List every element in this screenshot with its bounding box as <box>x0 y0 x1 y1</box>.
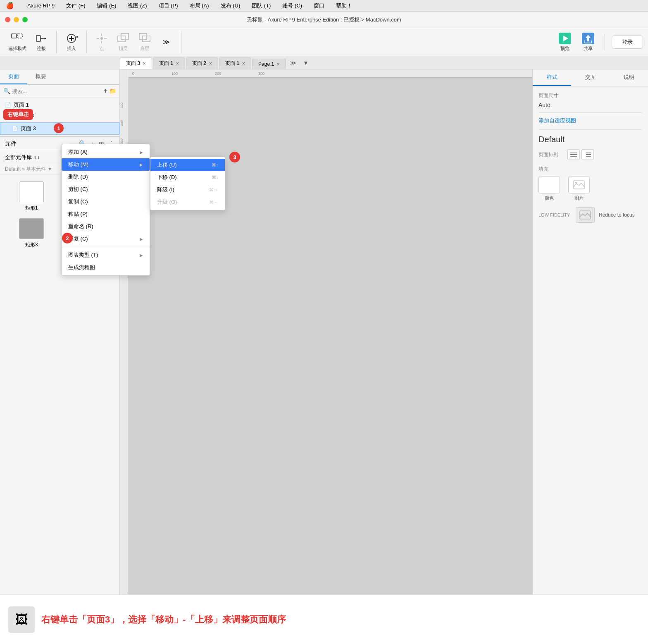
ctx-add-label: 添加 (A) <box>68 148 88 156</box>
menu-view[interactable]: 视图 (Z) <box>125 1 149 10</box>
more-button[interactable]: ≫ <box>156 35 176 50</box>
tab-page1b-close[interactable]: ✕ <box>242 61 245 66</box>
point-button[interactable]: 点 <box>92 31 112 53</box>
comp-label-rect3: 矩形3 <box>25 241 38 248</box>
left-panel-tabs: 页面 概要 <box>0 69 119 85</box>
right-tab-notes[interactable]: 说明 <box>610 69 648 86</box>
minimize-window-button[interactable] <box>14 17 19 22</box>
menu-window[interactable]: 窗口 <box>311 1 327 10</box>
tab-page3[interactable]: 页面 3 ✕ <box>120 57 152 69</box>
ctx-repeat-arrow: ▶ <box>140 237 143 241</box>
pages-search-bar: 🔍 + 📁 <box>0 85 119 98</box>
ctx-move[interactable]: 移动 (M) ▶ <box>62 158 150 171</box>
canvas-background[interactable] <box>128 78 532 594</box>
ctx-add[interactable]: 添加 (A) ▶ <box>62 146 150 158</box>
tab-page3-label: 页面 3 <box>126 60 140 67</box>
sub-demote[interactable]: 降级 (I) ⌘→ <box>150 184 225 196</box>
page-sort-label: 页面排列 <box>538 151 563 158</box>
ctx-gen-flow[interactable]: 生成流程图 <box>62 261 150 274</box>
tabs-dropdown-button[interactable]: ▼ <box>300 60 312 66</box>
bottom-layer-button[interactable]: 底层 <box>135 31 155 53</box>
submenu: 上移 (U) ⌘↑ 下移 (D) ⌘↓ 降级 (I) ⌘→ 升级 (O) ⌘← <box>150 157 225 210</box>
share-button[interactable]: 共享 <box>578 31 598 53</box>
ctx-repeat[interactable]: 重复 (C) ▶ <box>62 233 150 245</box>
sub-move-up-shortcut: ⌘↑ <box>212 162 219 168</box>
right-click-callout: 右键单击 <box>3 109 33 120</box>
preview-button[interactable]: 预览 <box>555 31 575 53</box>
sub-move-up[interactable]: 上移 (U) ⌘↑ <box>150 159 225 171</box>
menu-axure[interactable]: Axure RP 9 <box>25 2 57 10</box>
menu-publish[interactable]: 发布 (U) <box>218 1 243 10</box>
reduce-to-focus-text: Reduce to focus <box>599 212 635 218</box>
menu-layout[interactable]: 布局 (A) <box>187 1 212 10</box>
ctx-chart-type-label: 图表类型 (T) <box>68 251 98 259</box>
connect-button[interactable]: 连接 <box>31 31 51 53</box>
tab-pages[interactable]: 页面 <box>0 69 27 84</box>
ctx-rename[interactable]: 重命名 (R) <box>62 220 150 233</box>
ctx-paste[interactable]: 粘贴 (P) <box>62 208 150 220</box>
comp-item-rect3[interactable]: 矩形3 <box>7 218 57 253</box>
tab-outline[interactable]: 概要 <box>27 69 55 84</box>
svg-rect-17 <box>139 33 147 39</box>
close-window-button[interactable] <box>5 17 10 22</box>
maximize-window-button[interactable] <box>22 17 28 22</box>
low-fidelity-icon-btn[interactable] <box>576 207 595 223</box>
svg-point-9 <box>100 37 103 40</box>
pages-section: 🔍 + 📁 📄 页面 1 ▶ � <box>0 85 119 137</box>
ctx-chart-type[interactable]: 图表类型 (T) ▶ <box>62 249 150 261</box>
badge-2: 2 <box>62 233 73 243</box>
page1-label: 页面 1 <box>14 101 29 109</box>
sub-move-down-label: 下移 (D) <box>157 174 177 181</box>
fill-image-option[interactable]: 图片 <box>568 176 590 201</box>
comp-item-rect1[interactable]: 矩形1 <box>7 181 57 212</box>
add-page-button[interactable]: + <box>104 87 107 95</box>
right-tab-interact[interactable]: 交互 <box>571 69 610 86</box>
svg-marker-4 <box>45 37 46 40</box>
components-lib-title: 全部元件库 <box>5 154 32 161</box>
svg-rect-14 <box>118 36 125 42</box>
menu-project[interactable]: 项目 (P) <box>156 1 181 10</box>
adaptive-view-link[interactable]: 添加自适应视图 <box>538 117 576 124</box>
apple-menu[interactable]: 🍎 <box>3 1 17 10</box>
tab-page3-close[interactable]: ✕ <box>143 61 146 66</box>
page-sort-buttons <box>567 149 594 160</box>
more-tabs-button[interactable]: ≫ <box>287 60 300 66</box>
tab-page1c[interactable]: Page 1 ✕ <box>252 59 286 69</box>
sort-left-button[interactable] <box>567 149 580 160</box>
menu-file[interactable]: 文件 (F) <box>64 1 88 10</box>
badge-3: 3 <box>229 152 240 162</box>
tab-page2-close[interactable]: ✕ <box>209 61 212 66</box>
select-mode-button[interactable]: 选择模式 <box>5 31 30 53</box>
menu-edit[interactable]: 编辑 (E) <box>94 1 119 10</box>
pages-search-input[interactable] <box>12 88 102 94</box>
fill-color-option[interactable]: 颜色 <box>538 176 560 201</box>
right-tab-style[interactable]: 样式 <box>533 69 571 86</box>
right-panel-content: 页面尺寸 Auto 添加自适应视图 Default 页面排列 <box>533 86 648 594</box>
insert-button[interactable]: 插入 <box>62 31 81 53</box>
comp-shape-rect3 <box>19 218 44 239</box>
sub-move-down[interactable]: 下移 (D) ⌘↓ <box>150 171 225 184</box>
sub-promote[interactable]: 升级 (O) ⌘← <box>150 196 225 208</box>
add-folder-button[interactable]: 📁 <box>109 88 116 94</box>
ruler-h-300: 300 <box>258 72 264 76</box>
ruler-h-200: 200 <box>215 72 221 76</box>
ctx-move-arrow: ▶ <box>140 162 143 167</box>
menu-account[interactable]: 账号 (C) <box>280 1 305 10</box>
sort-right-button[interactable] <box>581 149 594 160</box>
menu-help[interactable]: 帮助！ <box>334 1 355 10</box>
bottom-layer-icon <box>138 33 151 44</box>
tab-page1b[interactable]: 页面 1 ✕ <box>219 57 251 69</box>
ctx-copy[interactable]: 复制 (C) <box>62 196 150 208</box>
login-button[interactable]: 登录 <box>612 36 643 49</box>
page3-row-wrapper: 📄 页面 3 右键单击 1 <box>0 122 119 135</box>
fill-label: 填充 <box>538 166 642 173</box>
tab-page1c-close[interactable]: ✕ <box>276 62 280 67</box>
menu-team[interactable]: 团队 (T) <box>249 1 273 10</box>
ctx-delete[interactable]: 删除 (D) <box>62 171 150 183</box>
top-layer-button[interactable]: 顶层 <box>113 31 133 53</box>
ctx-cut[interactable]: 剪切 (C) <box>62 183 150 196</box>
tab-page1a-close[interactable]: ✕ <box>176 61 179 66</box>
tab-page1a[interactable]: 页面 1 ✕ <box>153 57 185 69</box>
tab-page2[interactable]: 页面 2 ✕ <box>186 57 218 69</box>
page-size-value: Auto <box>538 102 642 108</box>
